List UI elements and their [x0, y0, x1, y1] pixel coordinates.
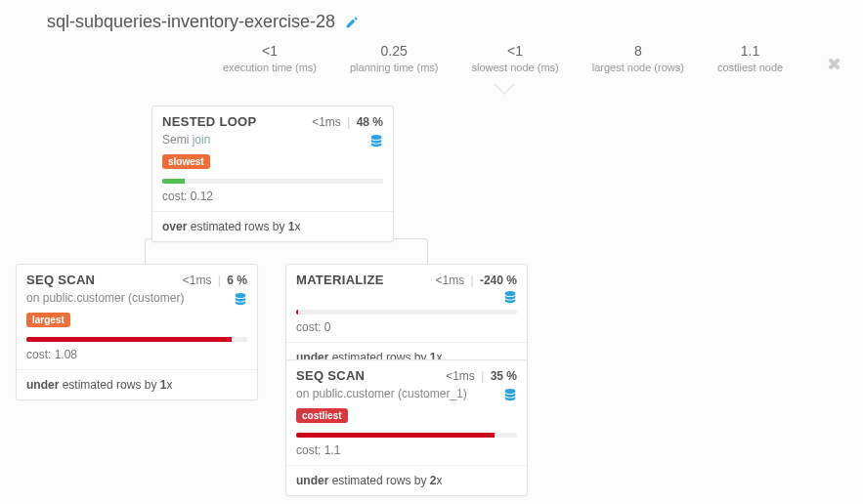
- database-icon[interactable]: [503, 387, 517, 401]
- tag-costliest: costliest: [296, 408, 348, 423]
- tag-largest: largest: [26, 313, 70, 327]
- node-metrics: <1ms | 48 %: [312, 115, 383, 129]
- node-metrics: <1ms | 35 %: [446, 369, 517, 383]
- cost-line: cost: 1.08: [17, 344, 257, 369]
- estimate-line: over estimated rows by 1x: [152, 212, 393, 241]
- plan-node-seq-scan-customer-1[interactable]: SEQ SCAN <1ms | 35 % on public.customer …: [285, 359, 528, 496]
- estimate-line: under estimated rows by 1x: [17, 370, 257, 399]
- node-title: SEQ SCAN: [296, 368, 365, 383]
- node-subtext: on public.customer (customer_1): [296, 387, 467, 400]
- tag-slowest: slowest: [162, 154, 210, 169]
- database-icon[interactable]: [503, 289, 517, 304]
- node-title: SEQ SCAN: [26, 273, 95, 287]
- cost-bar: [17, 333, 257, 344]
- estimate-line: under estimated rows by 2x: [286, 466, 527, 495]
- node-subtext: on public.customer (customer): [26, 291, 184, 305]
- connector: [145, 238, 428, 266]
- cost-line: cost: 0.12: [152, 186, 393, 211]
- cost-line: cost: 0: [286, 316, 527, 342]
- database-icon[interactable]: [234, 291, 247, 306]
- plan-node-nested-loop[interactable]: NESTED LOOP <1ms | 48 % Semi join slowes…: [151, 105, 394, 242]
- node-metrics: <1ms | -240 %: [435, 273, 517, 287]
- plan-node-materialize[interactable]: MATERIALIZE <1ms | -240 % cost: 0 under …: [285, 264, 528, 373]
- database-icon[interactable]: [369, 133, 383, 147]
- node-subtext: Semi join: [162, 133, 210, 147]
- cost-bar: [286, 310, 527, 316]
- cost-bar: [152, 175, 393, 186]
- node-title: MATERIALIZE: [296, 273, 384, 287]
- cost-bar: [286, 429, 527, 440]
- node-metrics: <1ms | 6 %: [183, 273, 247, 287]
- plan-node-seq-scan-customer[interactable]: SEQ SCAN <1ms | 6 % on public.customer (…: [16, 264, 258, 400]
- cost-line: cost: 1.1: [286, 440, 527, 465]
- node-title: NESTED LOOP: [162, 114, 256, 129]
